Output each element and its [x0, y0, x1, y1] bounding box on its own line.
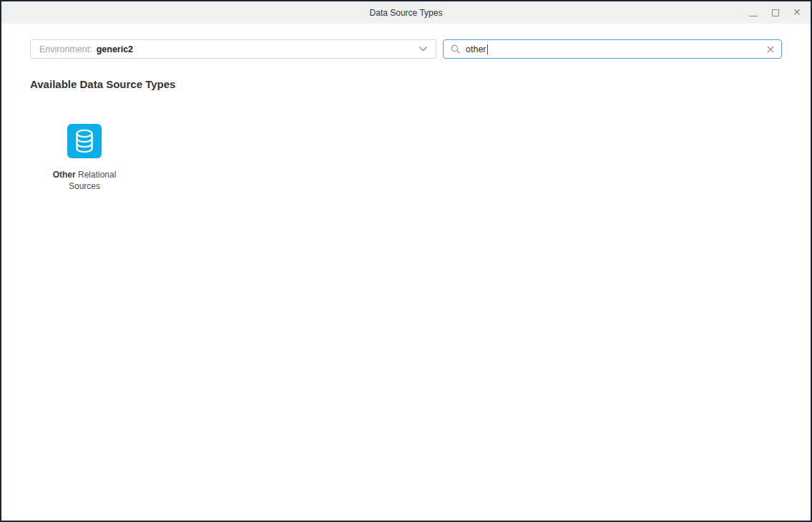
toolbar: Environment: generic2 other — [30, 39, 782, 59]
data-source-types-window: Data Source Types ✕ Environment: generic… — [0, 0, 812, 522]
text-caret — [487, 44, 488, 54]
database-icon — [67, 124, 102, 158]
search-input[interactable]: other — [443, 39, 782, 59]
chevron-down-icon — [419, 47, 427, 52]
window-controls: ✕ — [749, 1, 802, 24]
data-source-tile-grid: Other Relational Sources — [1, 124, 811, 192]
environment-label: Environment: — [39, 44, 92, 54]
environment-value: generic2 — [97, 44, 133, 54]
tile-label-rest: Relational Sources — [69, 170, 116, 191]
close-icon: ✕ — [793, 6, 801, 18]
tile-label: Other Relational Sources — [41, 169, 127, 192]
page-title: Available Data Source Types — [30, 78, 782, 90]
maximize-button[interactable] — [771, 9, 780, 17]
titlebar: Data Source Types ✕ — [1, 1, 811, 24]
minimize-button[interactable] — [749, 9, 758, 17]
minimize-icon — [749, 16, 758, 16]
close-button[interactable]: ✕ — [793, 9, 802, 17]
content-area: Environment: generic2 other — [1, 24, 811, 521]
search-query-text: other — [466, 44, 486, 54]
search-icon — [451, 44, 460, 54]
tile-label-match: Other — [53, 170, 76, 180]
clear-search-button[interactable] — [767, 46, 774, 53]
maximize-icon — [772, 9, 779, 16]
environment-dropdown[interactable]: Environment: generic2 — [30, 39, 436, 59]
tile-other-relational-sources[interactable]: Other Relational Sources — [41, 124, 127, 192]
window-title: Data Source Types — [370, 8, 443, 18]
